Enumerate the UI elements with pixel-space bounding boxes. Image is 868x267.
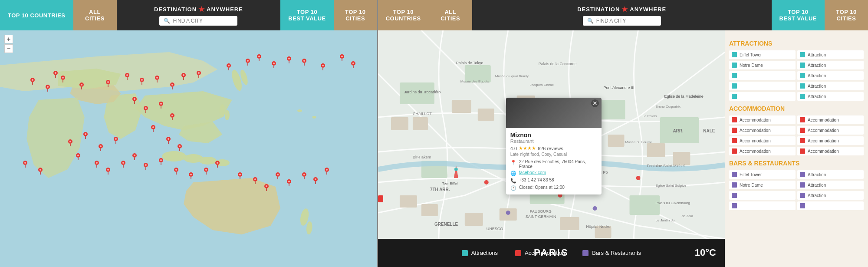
search-input-r[interactable] [596,18,657,24]
attraction-item-3[interactable] [729,71,796,80]
venue-phone-row: 📞 +33 1 42 74 83 58 [510,178,597,184]
attraction-item-type-3[interactable]: Attraction [797,71,864,80]
nav-top10-best-value[interactable]: TOP 10BEST VALUE [280,0,333,30]
svg-text:Bir-Hakem: Bir-Hakem [413,155,431,159]
nav-top10-best-value-r[interactable]: TOP 10BEST VALUE [772,0,825,30]
bar-item-type-3[interactable]: Attraction [797,191,864,200]
svg-text:7TH ARR.: 7TH ARR. [430,187,450,192]
venue-hours: Closed: Opens at 12:00 [519,185,565,190]
attraction-type-1: Attraction [808,53,826,57]
attraction-item-type-5[interactable]: Attraction [797,92,864,101]
bar-type-color-3 [800,193,805,198]
nav-all-cities-r[interactable]: ALLCITIES [429,0,472,30]
attraction-item-1[interactable]: Eiffel Tower [729,50,796,59]
svg-text:SAINT-GERMAIN: SAINT-GERMAIN [525,214,556,219]
left-panel: TOP 10 COUNTRIES ALLCITIES DESTINATION ★… [0,0,377,267]
review-count: 626 reviews [538,146,563,151]
accom-item-3[interactable]: Accommodation [729,136,796,145]
city-label: PARIS [534,247,569,258]
rating-score: 4.0 [510,146,517,151]
svg-text:Pont Alexandre III: Pont Alexandre III [603,86,634,90]
accom-color-3 [732,138,737,143]
nav-top10-countries-r[interactable]: TOP 10COUNTRIES [378,0,429,30]
bar-type-color-2 [800,182,805,188]
popup-close-button[interactable]: ✕ [591,99,599,107]
search-box-r[interactable]: 🔍 [583,16,661,26]
svg-text:Tour Eiffel: Tour Eiffel [442,181,458,185]
attraction-type-color-4 [800,83,805,89]
attraction-item-type-1[interactable]: Attraction [797,50,864,59]
svg-rect-129 [452,100,471,113]
attraction-type-2: Attraction [808,63,826,68]
venue-website-row[interactable]: 🌐 facebook.com [510,170,597,176]
attraction-type-color-3 [800,73,805,78]
svg-text:Jacques Chirac: Jacques Chirac [529,83,553,87]
pin-icon-r: ★ [621,5,628,13]
phone-icon: 📞 [510,178,516,184]
zoom-out-button[interactable]: − [4,44,13,53]
svg-text:de Zola: de Zola [681,214,693,218]
bar-item-type-2[interactable]: Attraction [797,181,864,189]
accom-type-color-3 [800,138,805,143]
svg-text:Palais du Luxembourg: Palais du Luxembourg [655,201,690,205]
attraction-dot [462,250,468,256]
paris-map: Jardins du Trocadéro Palais de Tokyo Mus… [378,30,725,267]
world-map: + − [0,30,377,267]
bar-type-color-1 [800,172,805,177]
attraction-item-4[interactable] [729,82,796,90]
accom-item-type-2[interactable]: Accommodation [797,126,864,135]
nav-all-cities[interactable]: ALLCITIES [73,0,117,30]
bar-item-4[interactable] [729,201,796,210]
bar-item-type-1[interactable]: Attraction [797,170,864,179]
attraction-item-type-4[interactable]: Attraction [797,82,864,90]
svg-text:ARR.: ARR. [673,129,684,133]
bars-grid: Eiffel Tower Attraction Notre Dame Attra… [729,170,864,210]
nav-top10-countries[interactable]: TOP 10 COUNTRIES [0,0,73,30]
attraction-item-2[interactable]: Notre Dame [729,61,796,69]
bar-item-type-4[interactable] [797,201,864,210]
accom-item-4[interactable]: Accommodation [729,147,796,155]
attraction-type-color-1 [800,52,805,57]
search-box[interactable]: 🔍 [159,16,237,26]
svg-rect-130 [478,109,494,121]
svg-rect-128 [413,117,428,130]
popup-image-bg [506,98,602,128]
svg-point-179 [484,180,488,185]
svg-rect-134 [608,135,624,147]
attraction-item-type-2[interactable]: Attraction [797,61,864,69]
nav-top10-cities-left[interactable]: TOP 10CITIES [334,0,377,30]
bar-item-2[interactable]: Notre Dame [729,181,796,189]
accom-item-1[interactable]: Accommodation [729,115,796,124]
zoom-in-button[interactable]: + [4,35,13,43]
accom-item-type-4[interactable]: Accommodation [797,147,864,155]
rating-stars: ★★★★ [519,145,536,151]
bar-item-3[interactable] [729,191,796,200]
world-map-area[interactable]: + − [0,30,377,267]
accom-item-2[interactable]: Accommodation [729,126,796,135]
accom-type-color-2 [800,128,805,133]
popup-image: ✕ [506,98,602,128]
legend-attractions: Attractions [462,250,498,256]
temperature-label: 10°C [695,247,716,258]
attractions-title: ATTRACTIONS [729,40,864,47]
accom-item-type-1[interactable]: Accommodation [797,115,864,124]
legend-bar: Attractions Accommodation Bars & Restaur… [378,239,725,267]
nav-top10-cities-r[interactable]: TOP 10CITIES [825,0,868,30]
svg-text:Musée du Louvre: Musée du Louvre [625,140,652,144]
svg-text:NALE: NALE [703,129,715,133]
accom-type-color-4 [800,148,805,154]
paris-map-area[interactable]: Jardins du Trocadéro Palais de Tokyo Mus… [378,30,725,267]
left-navbar: TOP 10 COUNTRIES ALLCITIES DESTINATION ★… [0,0,377,30]
search-input[interactable] [173,18,233,24]
svg-rect-126 [629,195,660,215]
attraction-type-color-2 [800,63,805,68]
accom-item-type-3[interactable]: Accommodation [797,136,864,145]
nav-destination: DESTINATION ★ ANYWHERE 🔍 [117,0,281,30]
map-controls[interactable]: + − [4,35,13,53]
svg-rect-139 [465,213,483,226]
svg-point-176 [454,168,458,171]
bar-item-1[interactable]: Eiffel Tower [729,170,796,179]
bar-color-2 [732,182,737,188]
attraction-item-5[interactable] [729,92,796,101]
svg-point-183 [592,206,597,211]
